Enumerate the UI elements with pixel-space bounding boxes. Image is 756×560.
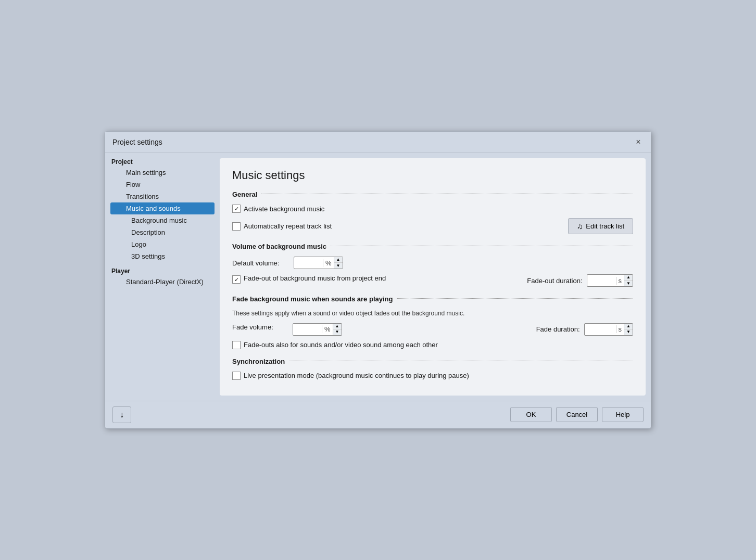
sidebar-project-label: Project xyxy=(110,158,215,166)
fade-volume-up[interactable]: ▲ xyxy=(333,324,342,329)
dialog-title: Project settings xyxy=(112,138,162,146)
fade-volume-left: Fade volume: 20 % ▲ ▼ xyxy=(232,323,536,336)
sidebar-item-background-music[interactable]: Background music xyxy=(110,214,215,226)
general-dots xyxy=(261,194,633,194)
live-mode-checkbox[interactable] xyxy=(232,372,241,380)
help-button[interactable]: Help xyxy=(602,407,644,422)
default-volume-input[interactable]: 100 xyxy=(294,258,323,269)
fade-volume-unit: % xyxy=(322,325,333,333)
fade-duration-right: Fade duration: 0,3 s ▲ ▼ xyxy=(536,323,633,336)
activate-music-label[interactable]: Activate background music xyxy=(232,205,324,213)
fade-also-label[interactable]: Fade-outs also for sounds and/or video s… xyxy=(232,341,438,349)
fade-out-duration-unit: s xyxy=(616,277,624,285)
fade-out-up[interactable]: ▲ xyxy=(624,275,633,281)
dialog-body: Project Main settings Flow Transitions M… xyxy=(105,153,651,401)
fade-label: Fade background music when sounds are pl… xyxy=(232,295,393,303)
activate-music-row: Activate background music xyxy=(232,205,633,213)
title-bar: Project settings × xyxy=(105,132,651,153)
sidebar-item-logo[interactable]: Logo xyxy=(110,238,215,250)
fade-out-row: Fade-out of background music from projec… xyxy=(232,274,633,287)
general-label: General xyxy=(232,190,257,198)
fade-duration-arrows: ▲ ▼ xyxy=(624,324,633,335)
fade-volume-arrows: ▲ ▼ xyxy=(333,324,342,335)
sync-dots xyxy=(289,361,633,361)
close-button[interactable]: × xyxy=(633,137,644,147)
main-content: Music settings General Activate backgrou… xyxy=(220,158,646,396)
sidebar-item-3d-settings[interactable]: 3D settings xyxy=(110,250,215,262)
fade-volume-row: Fade volume: 20 % ▲ ▼ Fade duration: 0,3 xyxy=(232,323,633,336)
default-volume-unit: % xyxy=(323,259,334,267)
fade-description: These settings apply when a sound or vid… xyxy=(232,309,633,318)
edit-track-list-button[interactable]: ♫ Edit track list xyxy=(568,218,633,234)
volume-label: Volume of background music xyxy=(232,243,326,250)
default-volume-spinbox[interactable]: 100 % ▲ ▼ xyxy=(294,257,343,269)
fade-out-duration-spinbox[interactable]: 2 s ▲ ▼ xyxy=(587,274,634,287)
sync-label: Synchronization xyxy=(232,358,285,365)
footer-right: OK Cancel Help xyxy=(510,407,644,422)
volume-section-header: Volume of background music xyxy=(232,243,633,250)
default-volume-row: Default volume: 100 % ▲ ▼ xyxy=(232,257,633,269)
fade-volume-input[interactable]: 20 xyxy=(293,324,322,335)
default-volume-up[interactable]: ▲ xyxy=(334,257,343,263)
sidebar-item-description[interactable]: Description xyxy=(110,226,215,238)
project-settings-dialog: Project settings × Project Main settings… xyxy=(105,131,651,429)
fade-also-row: Fade-outs also for sounds and/or video s… xyxy=(232,341,633,349)
fade-duration-down[interactable]: ▼ xyxy=(624,329,633,335)
fade-section-header: Fade background music when sounds are pl… xyxy=(232,295,633,303)
default-volume-down[interactable]: ▼ xyxy=(334,263,343,269)
default-volume-arrows: ▲ ▼ xyxy=(334,257,343,269)
fade-volume-label: Fade volume: xyxy=(232,323,289,331)
sync-section-header: Synchronization xyxy=(232,358,633,365)
general-section-header: General xyxy=(232,190,633,198)
fade-out-right: Fade-out duration: 2 s ▲ ▼ xyxy=(527,274,633,287)
download-button[interactable]: ↓ xyxy=(112,406,131,423)
fade-out-left: Fade-out of background music from projec… xyxy=(232,274,527,284)
fade-volume-down[interactable]: ▼ xyxy=(333,329,342,335)
sidebar: Project Main settings Flow Transitions M… xyxy=(110,158,215,396)
sidebar-item-flow[interactable]: Flow xyxy=(110,179,215,190)
fade-out-duration-input[interactable]: 2 xyxy=(587,275,616,286)
fade-duration-input[interactable]: 0,3 xyxy=(585,324,616,335)
activate-music-checkbox[interactable] xyxy=(232,205,241,213)
fade-dots xyxy=(397,298,633,299)
dialog-footer: ↓ OK Cancel Help xyxy=(105,401,651,428)
default-volume-label: Default volume: xyxy=(232,259,289,267)
ok-button[interactable]: OK xyxy=(510,407,552,422)
repeat-track-checkbox[interactable] xyxy=(232,222,241,231)
cancel-button[interactable]: Cancel xyxy=(556,407,598,422)
fade-also-checkbox[interactable] xyxy=(232,341,241,349)
sidebar-item-standard-player[interactable]: Standard-Player (DirectX) xyxy=(110,276,215,288)
fade-out-label[interactable]: Fade-out of background music from projec… xyxy=(232,274,386,284)
repeat-track-label[interactable]: Automatically repeat track list xyxy=(232,222,564,231)
fade-duration-up[interactable]: ▲ xyxy=(624,324,633,329)
download-icon: ↓ xyxy=(120,410,124,419)
page-title: Music settings xyxy=(232,169,633,182)
fade-duration-label: Fade duration: xyxy=(536,325,580,333)
fade-duration-unit: s xyxy=(616,325,624,333)
fade-volume-spinbox[interactable]: 20 % ▲ ▼ xyxy=(293,323,342,336)
live-mode-label[interactable]: Live presentation mode (background music… xyxy=(232,372,469,380)
sidebar-player-label: Player xyxy=(110,268,215,275)
repeat-track-row: Automatically repeat track list ♫ Edit t… xyxy=(232,218,633,234)
fade-duration-spinbox[interactable]: 0,3 s ▲ ▼ xyxy=(584,323,634,336)
fade-out-down[interactable]: ▼ xyxy=(624,281,633,286)
music-note-icon: ♫ xyxy=(577,222,583,231)
live-mode-row: Live presentation mode (background music… xyxy=(232,372,633,380)
sidebar-item-music-and-sounds[interactable]: Music and sounds xyxy=(110,202,215,214)
fade-out-duration-arrows: ▲ ▼ xyxy=(624,275,633,286)
sidebar-item-main-settings[interactable]: Main settings xyxy=(110,167,215,179)
volume-dots xyxy=(331,246,633,246)
footer-left: ↓ xyxy=(112,406,131,423)
sidebar-item-transitions[interactable]: Transitions xyxy=(110,190,215,202)
fade-out-checkbox[interactable] xyxy=(232,275,241,284)
fade-out-duration-label: Fade-out duration: xyxy=(527,277,582,285)
